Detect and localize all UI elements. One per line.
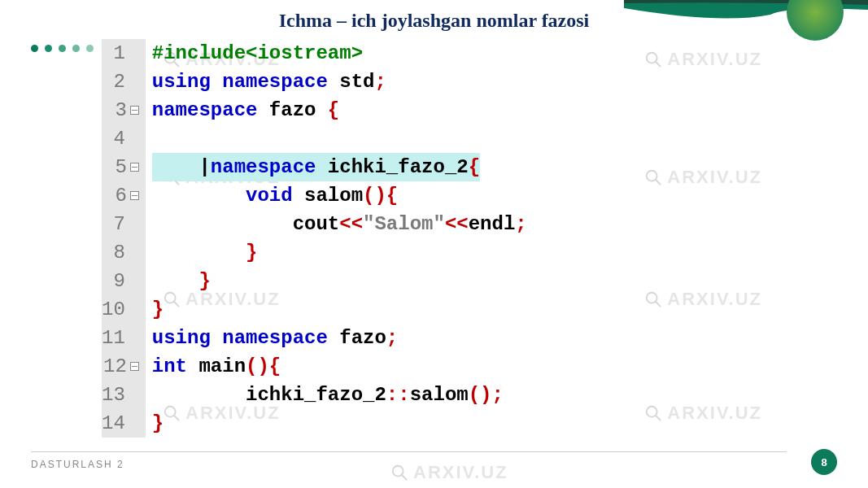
decoration-dots (31, 45, 94, 52)
line-number: 14 (102, 409, 139, 438)
code-line: namespace fazo { (152, 96, 527, 124)
code-line: cout<<"Salom"<<endl; (152, 210, 527, 238)
code-line: void salom(){ (152, 181, 527, 210)
code-line: } (152, 295, 527, 324)
svg-point-2 (647, 53, 657, 63)
watermark: ARXIV.UZ (644, 49, 762, 70)
line-number: 4 (102, 124, 139, 153)
code-line: int main(){ (152, 352, 527, 381)
line-number: 2 (102, 68, 139, 96)
line-number: 7 (102, 210, 139, 238)
watermark: ARXIV.UZ (644, 403, 762, 424)
watermark: ARXIV.UZ (644, 289, 762, 310)
line-number: 13 (102, 381, 139, 409)
code-line: ichki_fazo_2::salom(); (152, 381, 527, 409)
footer-text: DASTURLASH 2 (31, 459, 124, 470)
line-number: 3 (102, 96, 139, 124)
line-number: 9 (102, 267, 139, 295)
page-number-badge: 8 (811, 449, 837, 475)
fold-icon (130, 191, 139, 200)
code-editor: 1234567891011121314 #include<iostream>us… (102, 39, 527, 438)
line-number: 11 (102, 324, 139, 352)
svg-line-11 (656, 302, 661, 307)
code-line: } (152, 238, 527, 267)
line-number: 10 (102, 295, 139, 324)
footer-divider (31, 451, 787, 452)
code-content: #include<iostream>using namespace std;na… (146, 39, 527, 438)
fold-icon (130, 362, 139, 371)
code-line: using namespace std; (152, 68, 527, 96)
svg-line-15 (656, 416, 661, 420)
code-line: |namespace ichki_fazo_2{ (152, 153, 527, 181)
svg-point-6 (647, 171, 657, 181)
code-gutter: 1234567891011121314 (102, 39, 146, 438)
fold-icon (130, 106, 139, 115)
svg-line-7 (656, 180, 661, 185)
svg-point-16 (393, 466, 403, 477)
svg-point-14 (647, 407, 657, 417)
code-line: } (152, 409, 527, 438)
line-number: 5 (102, 153, 139, 181)
code-line: #include<iostream> (152, 39, 527, 68)
svg-point-10 (647, 293, 657, 303)
fold-icon (130, 163, 139, 172)
line-number: 6 (102, 181, 139, 210)
line-number: 8 (102, 238, 139, 267)
svg-line-17 (402, 475, 407, 480)
watermark: ARXIV.UZ (390, 462, 508, 483)
watermark: ARXIV.UZ (644, 167, 762, 188)
code-line: using namespace fazo; (152, 324, 527, 352)
svg-line-3 (656, 62, 661, 67)
code-line: } (152, 267, 527, 295)
slide-title: Ichma – ich joylashgan nomlar fazosi (0, 10, 868, 32)
line-number: 12 (102, 352, 139, 381)
line-number: 1 (102, 39, 139, 68)
code-line (152, 124, 527, 153)
